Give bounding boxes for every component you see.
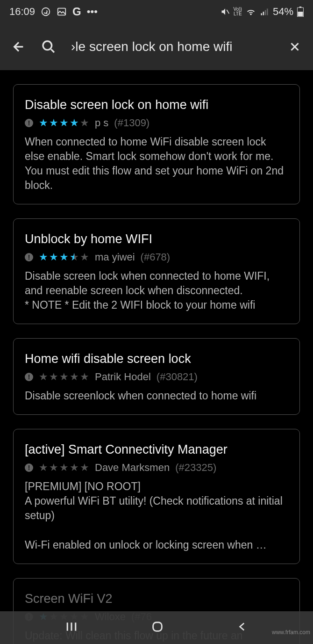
svg-point-11 xyxy=(43,41,52,50)
result-description: [PREMIUM] [NO ROOT] A powerful WiFi BT u… xyxy=(25,479,288,552)
search-icon[interactable] xyxy=(41,39,56,54)
alert-icon: ! xyxy=(25,119,33,127)
back-icon[interactable] xyxy=(11,39,26,54)
more-icon: ••• xyxy=(87,6,98,18)
svg-rect-15 xyxy=(153,622,162,631)
battery-percent: 54% xyxy=(273,6,293,18)
wifi-icon xyxy=(246,7,256,17)
alert-icon: ! xyxy=(25,373,33,381)
result-title: Disable screen lock on home wifi xyxy=(25,98,288,112)
result-card[interactable]: Home wifi disable screen lock ! ★★★★★ Pa… xyxy=(13,338,300,415)
recents-button[interactable] xyxy=(64,620,78,636)
result-author: Dave Marksmen xyxy=(95,462,170,474)
google-icon: G xyxy=(72,5,81,18)
result-meta: ! ★★★★★ Dave Marksmen (#23325) xyxy=(25,462,288,474)
search-input[interactable]: ›le screen lock on home wifi xyxy=(71,39,273,54)
watermark: www.frfam.com xyxy=(272,629,310,636)
close-icon[interactable] xyxy=(288,40,302,54)
svg-rect-5 xyxy=(263,12,264,15)
svg-point-0 xyxy=(42,8,50,16)
result-meta: ! ★★★★★ ma yiwei (#678) xyxy=(25,251,288,263)
result-id: (#678) xyxy=(141,251,171,263)
result-author: ma yiwei xyxy=(95,251,135,263)
result-description: When connected to home WiFi disable scre… xyxy=(25,135,288,193)
battery-icon xyxy=(297,7,304,17)
svg-rect-6 xyxy=(265,10,266,15)
result-description: Disable screenlock when connected to hom… xyxy=(25,389,288,403)
rating-stars: ★★★★★ xyxy=(39,117,89,129)
result-title: Unblock by home WIFI xyxy=(25,232,288,246)
nav-bar xyxy=(0,611,313,644)
result-title: Screen WiFi V2 xyxy=(25,592,288,606)
rating-stars: ★★★★★ xyxy=(39,251,89,263)
result-card[interactable]: Unblock by home WIFI ! ★★★★★ ma yiwei (#… xyxy=(13,218,300,324)
mute-icon xyxy=(221,7,230,16)
result-author: Patrik Hodel xyxy=(95,371,151,383)
svg-point-3 xyxy=(250,14,251,15)
result-author: p s xyxy=(95,117,108,129)
result-description: Disable screen lock when connected to ho… xyxy=(25,269,288,312)
status-time: 16:09 xyxy=(9,6,35,18)
rating-stars: ★★★★★ xyxy=(39,371,89,383)
result-card[interactable]: [active] Smart Connectivity Manager ! ★★… xyxy=(13,429,300,564)
whatsapp-icon xyxy=(41,7,51,17)
svg-rect-10 xyxy=(298,12,303,16)
results-list: Disable screen lock on home wifi ! ★★★★★… xyxy=(0,70,313,644)
result-meta: ! ★★★★★ p s (#1309) xyxy=(25,117,288,129)
volte-icon: Vo)) LTE xyxy=(234,7,242,16)
nav-back-button[interactable] xyxy=(236,621,249,635)
svg-line-2 xyxy=(227,10,229,14)
svg-rect-4 xyxy=(261,13,262,15)
alert-icon: ! xyxy=(25,253,33,261)
result-card[interactable]: Disable screen lock on home wifi ! ★★★★★… xyxy=(13,84,300,204)
alert-icon: ! xyxy=(25,463,33,472)
home-button[interactable] xyxy=(151,620,164,635)
result-id: (#30821) xyxy=(156,371,198,383)
signal-icon xyxy=(260,7,269,16)
rating-stars: ★★★★★ xyxy=(39,462,89,474)
result-title: Home wifi disable screen lock xyxy=(25,352,288,366)
image-icon xyxy=(57,7,67,17)
status-bar: 16:09 G ••• Vo)) LTE 54% xyxy=(0,0,313,23)
result-meta: ! ★★★★★ Patrik Hodel (#30821) xyxy=(25,371,288,383)
result-id: (#23325) xyxy=(175,462,216,474)
result-id: (#1309) xyxy=(114,117,149,129)
result-title: [active] Smart Connectivity Manager xyxy=(25,442,288,457)
svg-rect-7 xyxy=(267,8,268,15)
svg-rect-9 xyxy=(299,7,301,7)
app-bar: ›le screen lock on home wifi xyxy=(0,23,313,70)
